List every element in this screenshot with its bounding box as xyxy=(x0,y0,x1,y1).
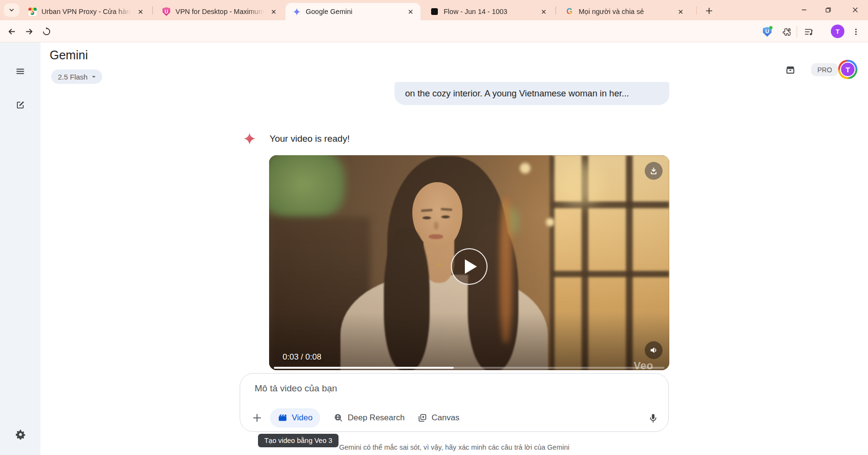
new-chat-button[interactable] xyxy=(10,95,30,115)
tab-close-icon[interactable] xyxy=(675,6,686,17)
tab-close-icon[interactable] xyxy=(268,6,279,17)
tab-urban-vpn-proxy[interactable]: Urban VPN Proxy - Cửa hàng Ch xyxy=(21,3,150,20)
composer-toolbar: Video Deep Research Canvas xyxy=(240,408,668,428)
tool-video-button[interactable]: Video xyxy=(270,408,320,428)
mic-icon xyxy=(648,413,658,423)
prompt-composer: Video Deep Research Canvas xyxy=(240,373,669,432)
restore-button[interactable] xyxy=(817,0,839,19)
tool-canvas-button[interactable]: Canvas xyxy=(410,408,467,428)
tab-close-icon[interactable] xyxy=(538,6,549,17)
close-window-button[interactable] xyxy=(844,0,866,19)
tool-label: Canvas xyxy=(432,413,460,423)
browser-profile-button[interactable]: T xyxy=(831,25,844,38)
tab-vpn-desktop[interactable]: U VPN for Desktop - Maximum Sec xyxy=(155,3,284,20)
tab-flow[interactable]: Flow - Jun 14 - 1003 xyxy=(423,3,554,20)
tool-deep-research-button[interactable]: Deep Research xyxy=(326,408,412,428)
browser-menu-button[interactable] xyxy=(849,25,863,39)
hamburger-icon xyxy=(15,67,25,76)
app-title: Gemini xyxy=(50,48,88,62)
tab-separator xyxy=(696,6,697,14)
model-selector[interactable]: 2.5 Flash xyxy=(51,69,102,84)
forward-button[interactable] xyxy=(21,24,37,39)
tab-share[interactable]: G Mọi người và chia sẻ xyxy=(558,3,691,20)
avatar-initial: T xyxy=(845,66,850,74)
tab-separator xyxy=(152,6,153,14)
profile-initial: T xyxy=(836,28,840,35)
prompt-input[interactable] xyxy=(255,381,650,396)
history-archive-icon xyxy=(785,65,796,75)
chrome-web-store-icon xyxy=(28,7,37,16)
video-progress-bar[interactable] xyxy=(274,367,665,369)
tool-label: Deep Research xyxy=(348,413,405,423)
back-button[interactable] xyxy=(4,24,19,39)
tab-close-icon[interactable] xyxy=(135,6,146,17)
deep-research-icon xyxy=(334,413,343,423)
minimize-button[interactable] xyxy=(793,0,815,19)
gear-icon xyxy=(15,429,26,440)
chat-history-button[interactable] xyxy=(783,63,798,77)
download-icon xyxy=(649,166,658,175)
browser-toolbar: gemini.google.com/app/53f25fea34caf718 U… xyxy=(0,20,868,42)
account-avatar[interactable]: T xyxy=(838,60,857,79)
tab-title: Flow - Jun 14 - 1003 xyxy=(444,8,534,15)
dropdown-caret-icon xyxy=(91,74,96,80)
reload-icon xyxy=(42,27,51,36)
urban-vpn-extension-button[interactable]: U xyxy=(760,25,774,39)
media-playlist-icon xyxy=(804,27,814,37)
plus-icon xyxy=(705,7,713,14)
video-bottom-gradient xyxy=(269,312,669,370)
puzzle-icon xyxy=(782,27,791,37)
microphone-button[interactable] xyxy=(644,409,662,427)
chevron-down-icon xyxy=(8,7,15,13)
video-player[interactable]: 0:03 / 0:08 Veo xyxy=(269,155,669,370)
close-icon xyxy=(852,7,858,13)
three-dots-icon xyxy=(852,28,860,36)
model-label: 2.5 Flash xyxy=(58,73,88,81)
video-tool-icon xyxy=(278,413,287,423)
tab-title: Mọi người và chia sẻ xyxy=(579,8,671,15)
gemini-main: Gemini 2.5 Flash PRO T on the cozy inter… xyxy=(41,42,868,455)
tab-title: VPN for Desktop - Maximum Sec xyxy=(176,8,264,15)
status-dot xyxy=(769,26,773,29)
tab-search-button[interactable] xyxy=(4,3,19,17)
video-play-button[interactable] xyxy=(451,248,488,285)
gemini-response-star-icon xyxy=(243,132,256,145)
canvas-icon xyxy=(418,413,427,423)
tab-strip: Urban VPN Proxy - Cửa hàng Ch U VPN for … xyxy=(0,0,868,20)
tab-separator xyxy=(556,6,556,14)
toolbar-divider xyxy=(797,26,797,38)
reload-button[interactable] xyxy=(39,24,54,39)
add-attachment-button[interactable] xyxy=(249,410,265,426)
user-message-text: on the cozy interior. A young Vietnamese… xyxy=(405,88,629,99)
google-g-icon: G xyxy=(565,7,574,16)
extensions-button[interactable] xyxy=(779,25,794,39)
minimize-icon xyxy=(801,7,807,13)
user-message-bubble: on the cozy interior. A young Vietnamese… xyxy=(394,82,669,105)
media-controls-button[interactable] xyxy=(801,25,816,39)
assistant-message: Your video is ready! xyxy=(243,132,350,145)
video-time-display: 0:03 / 0:08 xyxy=(283,352,321,362)
restore-icon xyxy=(825,7,831,13)
gemini-sidebar xyxy=(0,42,41,455)
tab-google-gemini[interactable]: Google Gemini xyxy=(285,3,420,20)
new-tab-button[interactable] xyxy=(703,4,715,17)
vpn-shield-icon: U xyxy=(763,27,772,37)
video-volume-button[interactable] xyxy=(645,341,663,359)
plan-badge[interactable]: PRO xyxy=(811,63,838,76)
tool-label: Video xyxy=(292,413,312,423)
browser-window: Urban VPN Proxy - Cửa hàng Ch U VPN for … xyxy=(0,0,868,455)
main-menu-button[interactable] xyxy=(10,61,30,81)
urban-vpn-shield-icon: U xyxy=(162,7,171,16)
plus-icon xyxy=(252,413,262,423)
video-download-button[interactable] xyxy=(645,162,663,180)
tab-close-icon[interactable] xyxy=(405,6,416,17)
plan-label: PRO xyxy=(817,66,832,74)
forward-arrow-icon xyxy=(25,27,34,36)
tab-title: Urban VPN Proxy - Cửa hàng Ch xyxy=(41,8,131,15)
assistant-message-text: Your video is ready! xyxy=(270,134,350,144)
speaker-icon xyxy=(649,346,658,355)
new-chat-icon xyxy=(15,100,25,110)
disclaimer-text: Gemini có thể mắc sai sót, vì vậy, hãy x… xyxy=(240,443,669,451)
settings-button[interactable] xyxy=(10,424,30,444)
gemini-sparkle-icon xyxy=(292,7,301,16)
